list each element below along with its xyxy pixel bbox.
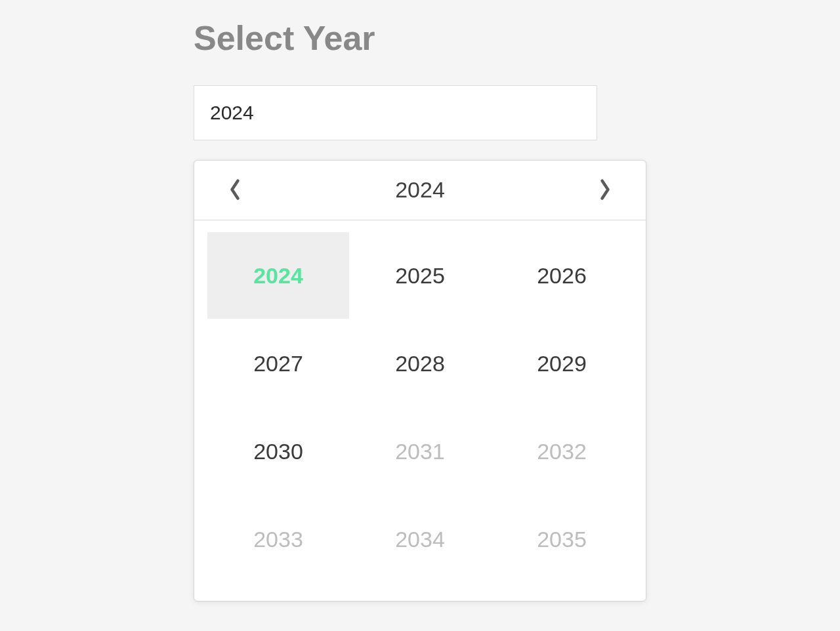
year-cell: 2034 bbox=[349, 496, 491, 582]
year-cell[interactable]: 2025 bbox=[349, 232, 491, 319]
year-cell[interactable]: 2026 bbox=[491, 232, 633, 319]
year-cell[interactable]: 2028 bbox=[349, 320, 491, 407]
year-cell[interactable]: 2024 bbox=[207, 232, 349, 319]
chevron-right-icon bbox=[598, 178, 612, 201]
header-year-label[interactable]: 2024 bbox=[395, 177, 445, 203]
prev-button[interactable] bbox=[222, 174, 248, 205]
year-cell: 2031 bbox=[349, 408, 491, 495]
year-cell[interactable]: 2029 bbox=[491, 320, 633, 407]
year-cell[interactable]: 2027 bbox=[207, 320, 349, 407]
page-title: Select Year bbox=[194, 18, 840, 58]
chevron-left-icon bbox=[228, 178, 242, 201]
next-button[interactable] bbox=[592, 174, 618, 205]
year-cell: 2035 bbox=[491, 496, 633, 582]
year-picker: 2024 2024 2025 2026 2027 2028 2029 2030 … bbox=[194, 160, 646, 601]
picker-header: 2024 bbox=[194, 161, 646, 220]
year-cell: 2032 bbox=[491, 408, 633, 495]
year-input[interactable] bbox=[194, 85, 597, 140]
year-cell[interactable]: 2030 bbox=[207, 408, 349, 495]
year-grid: 2024 2025 2026 2027 2028 2029 2030 2031 … bbox=[194, 220, 646, 601]
year-cell: 2033 bbox=[207, 496, 349, 582]
